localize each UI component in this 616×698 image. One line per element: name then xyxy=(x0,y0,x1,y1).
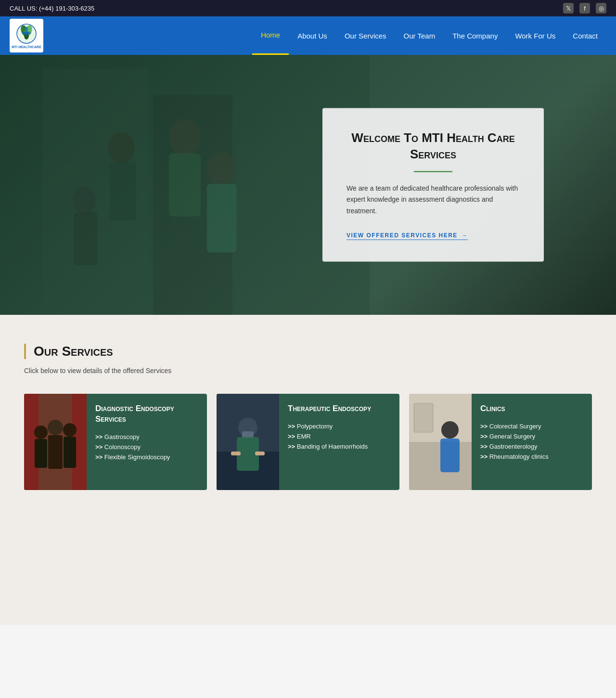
service-card-clinics[interactable]: Clinics Colorectal Surgery General Surge… xyxy=(409,394,592,490)
service-item: Banding of Haemorrhoids xyxy=(288,443,391,450)
services-section: Our Services Click below to view details… xyxy=(0,315,616,519)
phone-label: CALL US: (+44) 191-303-6235 xyxy=(10,5,94,12)
hero-description: We are a team of dedicated healthcare pr… xyxy=(346,182,520,217)
svg-rect-21 xyxy=(35,439,47,468)
service-item: Flexible Sigmoidoscopy xyxy=(95,453,198,461)
diagnostic-image-svg xyxy=(24,394,87,490)
top-bar: CALL US: (+44) 191-303-6235 𝕏 f ◎ xyxy=(0,0,616,16)
service-title-therapeutic: Therapeutic Endoscopy xyxy=(288,403,391,414)
service-content-diagnostic: Diagnostic Endoscopy Services Gastroscop… xyxy=(87,394,207,490)
navbar: MTI HEALTHCARE Home About Us Our Service… xyxy=(0,16,616,55)
hero-title: Welcome To MTI Health Care Services xyxy=(346,130,520,163)
nav-contact[interactable]: Contact xyxy=(564,16,606,55)
facebook-icon[interactable]: f xyxy=(579,3,590,13)
hero-image xyxy=(0,55,370,315)
logo-text: MTI HEALTHCARE xyxy=(12,45,41,49)
service-card-inner-3: Clinics Colorectal Surgery General Surge… xyxy=(409,394,592,490)
nav-team[interactable]: Our Team xyxy=(395,16,444,55)
service-title-diagnostic: Diagnostic Endoscopy Services xyxy=(95,403,198,425)
services-grid: Diagnostic Endoscopy Services Gastroscop… xyxy=(24,394,592,490)
service-item: Colonoscopy xyxy=(95,443,198,451)
logo-svg xyxy=(16,23,37,44)
bottom-space xyxy=(0,519,616,625)
service-item: Polypectomy xyxy=(288,423,391,430)
nav-about[interactable]: About Us xyxy=(289,16,336,55)
hero-divider xyxy=(414,171,452,172)
services-subtitle: Click below to view details of the offer… xyxy=(24,367,592,375)
svg-rect-23 xyxy=(48,435,63,469)
social-links: 𝕏 f ◎ xyxy=(563,3,606,13)
clinics-image-svg xyxy=(409,394,472,490)
twitter-icon[interactable]: 𝕏 xyxy=(563,3,574,13)
service-list-clinics: Colorectal Surgery General Surgery Gastr… xyxy=(480,423,583,460)
svg-point-36 xyxy=(441,421,459,439)
service-item: Colorectal Surgery xyxy=(480,423,583,430)
service-item: EMR xyxy=(288,433,391,440)
svg-point-24 xyxy=(63,423,77,437)
svg-point-13 xyxy=(207,152,236,186)
svg-rect-29 xyxy=(242,431,254,438)
logo-area: MTI HEALTHCARE xyxy=(10,19,43,52)
svg-rect-37 xyxy=(440,439,460,472)
service-item: General Surgery xyxy=(480,433,583,440)
svg-rect-14 xyxy=(207,184,236,253)
svg-point-22 xyxy=(48,420,63,435)
nav-home[interactable]: Home xyxy=(252,16,289,55)
svg-point-11 xyxy=(108,132,135,164)
nav-work[interactable]: Work For Us xyxy=(506,16,564,55)
svg-rect-16 xyxy=(74,212,97,265)
svg-point-9 xyxy=(169,119,201,156)
service-image-clinics xyxy=(409,394,472,490)
logo-box[interactable]: MTI HEALTHCARE xyxy=(10,19,43,52)
service-card-therapeutic[interactable]: Therapeutic Endoscopy Polypectomy EMR Ba… xyxy=(217,394,399,490)
nav-links: Home About Us Our Services Our Team The … xyxy=(252,16,606,55)
service-image-diagnostic xyxy=(24,394,87,490)
nav-company[interactable]: The Company xyxy=(444,16,506,55)
therapeutic-image-svg xyxy=(217,394,279,490)
svg-rect-35 xyxy=(414,403,433,432)
svg-rect-10 xyxy=(169,153,201,217)
hero-cta-button[interactable]: VIEW OFFERED SERVICES HERE → xyxy=(346,232,468,240)
section-title-wrapper: Our Services xyxy=(24,344,592,359)
instagram-icon[interactable]: ◎ xyxy=(596,3,606,13)
service-item: Gastroenterology xyxy=(480,443,583,450)
svg-rect-5 xyxy=(22,32,31,34)
nav-services[interactable]: Our Services xyxy=(336,16,395,55)
svg-point-15 xyxy=(73,187,96,214)
service-list-diagnostic: Gastroscopy Colonoscopy Flexible Sigmoid… xyxy=(95,433,198,461)
service-content-therapeutic: Therapeutic Endoscopy Polypectomy EMR Ba… xyxy=(279,394,399,490)
service-list-therapeutic: Polypectomy EMR Banding of Haemorrhoids xyxy=(288,423,391,450)
service-title-clinics: Clinics xyxy=(480,403,583,414)
service-card-inner-1: Diagnostic Endoscopy Services Gastroscop… xyxy=(24,394,207,490)
svg-point-20 xyxy=(34,426,48,439)
svg-rect-4 xyxy=(25,27,28,36)
service-image-therapeutic xyxy=(217,394,279,490)
svg-rect-32 xyxy=(255,452,265,455)
svg-rect-31 xyxy=(231,452,241,455)
svg-rect-25 xyxy=(64,437,76,468)
service-card-diagnostic[interactable]: Diagnostic Endoscopy Services Gastroscop… xyxy=(24,394,207,490)
services-section-title: Our Services xyxy=(34,344,592,359)
hero-card: Welcome To MTI Health Care Services We a… xyxy=(322,108,544,262)
hero-section: Welcome To MTI Health Care Services We a… xyxy=(0,55,616,315)
service-content-clinics: Clinics Colorectal Surgery General Surge… xyxy=(472,394,592,490)
svg-rect-12 xyxy=(110,163,136,221)
service-item: Rheumatology clinics xyxy=(480,453,583,460)
service-item: Gastroscopy xyxy=(95,433,198,440)
service-card-inner-2: Therapeutic Endoscopy Polypectomy EMR Ba… xyxy=(217,394,399,490)
